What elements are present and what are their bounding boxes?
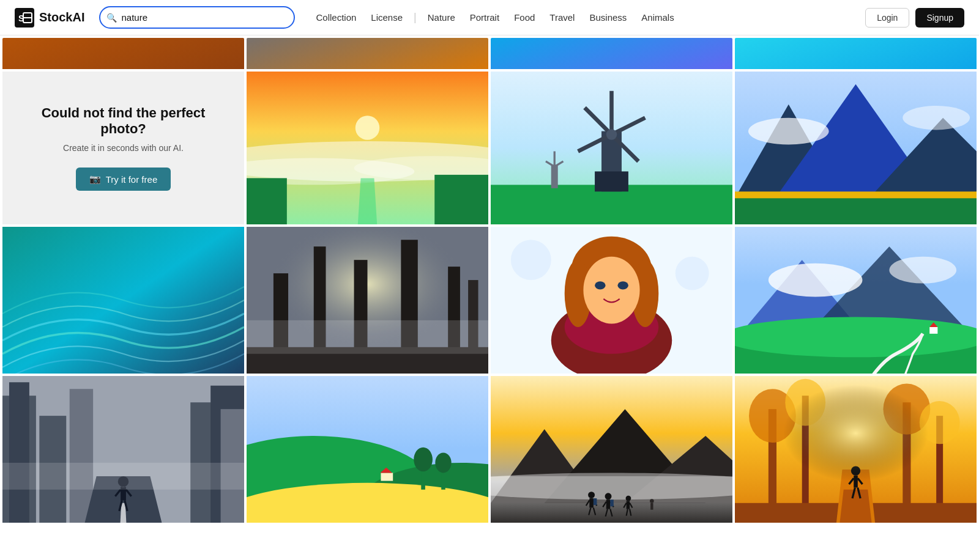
image-misty-forest[interactable]	[247, 227, 488, 374]
header: S StockAI 🔍 Collection License | Nature …	[0, 0, 979, 35]
image-teal-abstract[interactable]	[2, 227, 244, 374]
svg-point-109	[605, 493, 612, 499]
svg-point-21	[606, 129, 617, 140]
svg-rect-110	[606, 499, 611, 509]
svg-rect-9	[247, 178, 287, 224]
search-wrapper: 🔍	[99, 6, 295, 29]
svg-rect-10	[434, 175, 488, 224]
svg-rect-117	[627, 501, 630, 509]
svg-point-93	[435, 452, 451, 473]
image-mountain-fall[interactable]	[735, 72, 977, 224]
svg-rect-89	[247, 503, 488, 523]
svg-point-55	[583, 257, 639, 324]
image-windmill[interactable]	[491, 72, 732, 224]
svg-rect-15	[595, 171, 628, 191]
image-yellow-fields[interactable]	[247, 376, 488, 523]
auth-buttons: Login Signup	[865, 8, 964, 28]
try-free-button[interactable]: 📷 Try it for free	[76, 168, 171, 191]
svg-rect-94	[381, 473, 393, 481]
svg-point-116	[626, 496, 631, 501]
camera-icon: 📷	[89, 174, 101, 185]
svg-point-64	[735, 317, 977, 357]
svg-point-57	[617, 281, 628, 289]
nav-item-portrait[interactable]: Portrait	[464, 9, 505, 26]
image-hikers-fog[interactable]	[491, 376, 732, 523]
image-sunset-aerial[interactable]	[247, 72, 488, 224]
svg-point-61	[769, 263, 863, 297]
try-free-label: Try it for free	[106, 174, 157, 185]
svg-point-102	[588, 492, 595, 498]
nav-item-animals[interactable]: Animals	[635, 9, 680, 26]
svg-rect-115	[610, 499, 613, 506]
nav-item-travel[interactable]: Travel	[543, 9, 581, 26]
svg-point-31	[903, 106, 970, 130]
svg-marker-11	[357, 178, 378, 224]
nav-item-nature[interactable]: Nature	[422, 9, 461, 26]
svg-point-56	[595, 281, 606, 289]
image-grid: Could not find the perfect photo? Create…	[0, 69, 979, 525]
search-input[interactable]	[99, 6, 295, 29]
nav-divider: |	[414, 11, 417, 24]
image-redhead-portrait[interactable]	[491, 227, 732, 374]
svg-point-46	[511, 240, 551, 280]
image-autumn-path[interactable]	[735, 376, 977, 523]
main-nav: Collection License | Nature Portrait Foo…	[310, 9, 851, 26]
login-button[interactable]: Login	[865, 8, 909, 28]
promo-card: Could not find the perfect photo? Create…	[2, 72, 244, 224]
svg-rect-44	[247, 320, 488, 354]
svg-rect-33	[735, 198, 977, 224]
svg-point-5	[355, 116, 380, 140]
nav-item-business[interactable]: Business	[583, 9, 633, 26]
svg-rect-142	[735, 376, 977, 523]
search-icon: 🔍	[106, 13, 117, 23]
svg-rect-69	[9, 382, 29, 523]
svg-rect-108	[594, 498, 597, 505]
image-city-man[interactable]	[2, 376, 244, 523]
nav-item-license[interactable]: License	[365, 9, 409, 26]
svg-rect-103	[589, 498, 594, 507]
svg-point-62	[889, 257, 956, 284]
nav-item-collection[interactable]: Collection	[310, 9, 362, 26]
svg-rect-84	[2, 463, 244, 490]
svg-point-122	[650, 499, 654, 503]
svg-rect-22	[551, 164, 558, 188]
logo-text: StockAI	[39, 10, 84, 24]
nav-item-food[interactable]: Food	[508, 9, 541, 26]
svg-rect-123	[650, 503, 653, 510]
image-alpine-valley[interactable]	[735, 227, 977, 374]
promo-subtitle: Create it in seconds with our AI.	[63, 143, 184, 153]
promo-title: Could not find the perfect photo?	[22, 105, 225, 137]
logo[interactable]: S StockAI	[15, 8, 84, 28]
svg-point-91	[414, 448, 433, 472]
svg-rect-71	[70, 389, 93, 523]
signup-button[interactable]: Signup	[915, 8, 964, 28]
svg-point-101	[491, 473, 732, 499]
svg-point-30	[748, 118, 829, 145]
logo-icon: S	[15, 8, 34, 28]
svg-point-47	[676, 257, 709, 290]
svg-rect-65	[929, 327, 937, 334]
